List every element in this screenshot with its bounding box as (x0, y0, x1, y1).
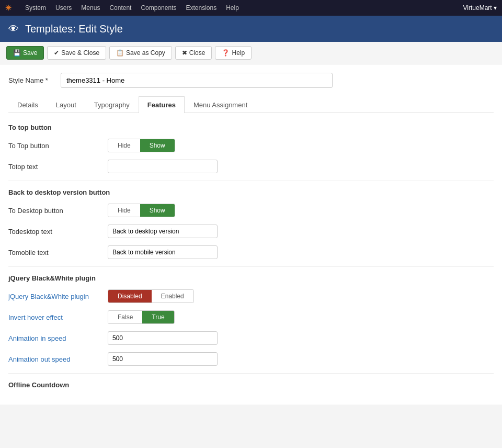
nav-system[interactable]: System (25, 4, 46, 12)
to-top-button-row: To Top button Hide Show (8, 139, 494, 152)
style-name-input[interactable] (61, 73, 333, 88)
save-copy-label: Save as Copy (126, 49, 165, 57)
jquery-bw-plugin-label: jQuery Black&White plugin (8, 293, 102, 300)
animation-out-speed-input[interactable] (108, 352, 218, 366)
tab-details[interactable]: Details (8, 96, 47, 113)
nav-components[interactable]: Components (141, 4, 176, 12)
save-copy-button[interactable]: 📋 Save as Copy (109, 46, 172, 60)
to-top-section-header: To top button (8, 124, 494, 131)
tab-layout[interactable]: Layout (47, 96, 85, 113)
jquery-bw-disabled-btn[interactable]: Disabled (108, 290, 152, 303)
animation-out-speed-row: Animation out speed (8, 352, 494, 366)
invert-false-btn[interactable]: False (108, 311, 142, 323)
tomobile-text-input[interactable] (108, 245, 218, 259)
to-top-toggle-group: Hide Show (108, 139, 175, 152)
top-navbar: ✳ System Users Menus Content Components … (0, 0, 502, 16)
close-icon: ✖ (182, 49, 187, 57)
jquery-bw-toggle-group: Disabled Enabled (108, 289, 194, 303)
checkmark-icon: ✔ (54, 49, 59, 57)
tomobile-text-label: Tomobile text (8, 249, 102, 256)
close-label: Close (189, 49, 206, 57)
to-top-show-btn[interactable]: Show (140, 139, 175, 152)
invert-hover-row: Invert hover effect False True (8, 310, 494, 324)
animation-in-speed-label: Animation in speed (8, 334, 102, 342)
to-top-hide-btn[interactable]: Hide (108, 139, 140, 152)
nav-virtuemart[interactable]: VirtueMart ▾ (463, 4, 497, 12)
tabs: Details Layout Typography Features Menu … (8, 96, 494, 113)
nav-users[interactable]: Users (55, 4, 72, 12)
toolbar: 💾 Save ✔ Save & Close 📋 Save as Copy ✖ C… (0, 42, 502, 64)
style-name-row: Style Name * (8, 73, 494, 88)
todesktop-text-input[interactable] (108, 225, 218, 238)
todesktop-text-label: Todesktop text (8, 228, 102, 236)
to-desktop-hide-btn[interactable]: Hide (108, 204, 140, 217)
offline-countdown-section-header: Offline Countdown (8, 381, 494, 389)
save-button[interactable]: 💾 Save (6, 46, 44, 60)
save-icon: 💾 (13, 49, 21, 57)
save-label: Save (23, 49, 37, 57)
totop-text-row: Totop text (8, 160, 494, 173)
to-desktop-button-label: To Desktop button (8, 207, 102, 215)
jquery-bw-plugin-row: jQuery Black&White plugin Disabled Enabl… (8, 289, 494, 303)
todesktop-text-row: Todesktop text (8, 225, 494, 238)
tomobile-text-row: Tomobile text (8, 245, 494, 259)
animation-in-speed-row: Animation in speed (8, 331, 494, 345)
to-desktop-toggle-group: Hide Show (108, 204, 175, 217)
jquery-bw-section-header: jQuery Black&White plugin (8, 274, 494, 282)
help-button[interactable]: ❓ Help (215, 46, 252, 60)
invert-hover-label: Invert hover effect (8, 313, 102, 321)
back-to-desktop-section-header: Back to desktop version button (8, 188, 494, 196)
joomla-logo: ✳ (5, 4, 12, 12)
totop-text-input[interactable] (108, 160, 218, 173)
nav-extensions[interactable]: Extensions (186, 4, 216, 12)
invert-hover-toggle-group: False True (108, 310, 175, 324)
tab-typography[interactable]: Typography (85, 96, 139, 113)
to-desktop-show-btn[interactable]: Show (140, 204, 175, 217)
help-icon: ❓ (222, 49, 230, 57)
help-label: Help (232, 49, 245, 57)
tab-features[interactable]: Features (139, 96, 185, 113)
jquery-bw-enabled-btn[interactable]: Enabled (152, 290, 193, 303)
style-name-label: Style Name * (8, 76, 55, 84)
copy-icon: 📋 (116, 49, 124, 57)
page-title: Templates: Edit Style (25, 23, 123, 35)
save-close-label: Save & Close (61, 49, 99, 57)
totop-text-label: Totop text (8, 163, 102, 171)
to-top-button-label: To Top button (8, 142, 102, 150)
nav-menus[interactable]: Menus (81, 4, 100, 12)
save-close-button[interactable]: ✔ Save & Close (47, 46, 106, 60)
tab-menu-assignment[interactable]: Menu Assignment (185, 96, 256, 113)
page-header: 👁 Templates: Edit Style (0, 16, 502, 42)
eye-icon: 👁 (8, 23, 19, 35)
close-button[interactable]: ✖ Close (175, 46, 212, 60)
main-content: Style Name * Details Layout Typography F… (0, 64, 502, 405)
animation-in-speed-input[interactable] (108, 331, 218, 345)
nav-help[interactable]: Help (226, 4, 239, 12)
nav-content[interactable]: Content (109, 4, 131, 12)
invert-true-btn[interactable]: True (142, 311, 174, 323)
to-desktop-button-row: To Desktop button Hide Show (8, 204, 494, 217)
animation-out-speed-label: Animation out speed (8, 355, 102, 363)
